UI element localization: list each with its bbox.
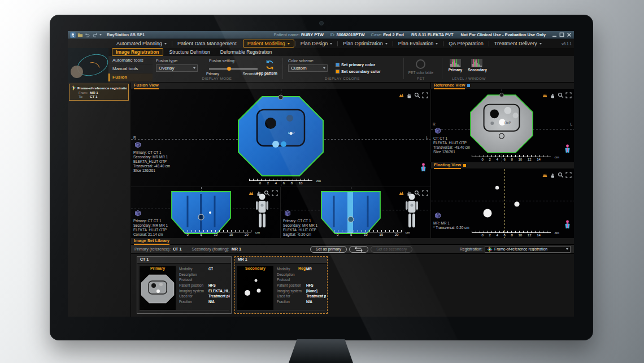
set-secondary-color-checkbox[interactable]: Set secondary color (336, 69, 381, 74)
tool-automatic-tools[interactable]: Automatic tools (108, 57, 153, 64)
patient-name: Patient name: RUBY PTW (274, 32, 324, 37)
pan-hand-icon[interactable] (256, 188, 262, 195)
registration-item-title: Frame-of-reference registration (77, 86, 127, 90)
registration-list-item[interactable]: Frame-of-reference registration From:MR … (69, 84, 129, 101)
pan-hand-icon[interactable] (550, 90, 556, 97)
pan-hand-icon[interactable] (550, 170, 556, 176)
card-fields: ModalityMR Description Protocol Patient … (277, 266, 326, 304)
color-scheme-label: Color scheme: (288, 58, 314, 63)
set-as-primary-button[interactable]: Set as primary (310, 246, 347, 253)
cube-icon (133, 140, 142, 149)
primary-level-window-icon[interactable] (450, 59, 461, 67)
secondary-level-window-icon[interactable] (471, 59, 482, 67)
fullscreen-icon[interactable] (422, 90, 428, 97)
slider-knob[interactable] (227, 67, 231, 71)
subtab-deformable-registration[interactable]: Deformable Registration (216, 48, 276, 56)
flip-pattern-icon[interactable] (264, 59, 275, 70)
minimize-icon[interactable] (552, 32, 557, 37)
tab-treatment-delivery[interactable]: Treatment Delivery (490, 40, 546, 47)
window-level-icon[interactable] (542, 170, 548, 176)
tool-manual-tools[interactable]: Manual tools (108, 65, 153, 73)
fusion-setting-slider[interactable] (209, 68, 258, 70)
image-set-card-mr1[interactable]: MR 1 Secondary Reg ModalityMR Descriptio… (234, 256, 328, 314)
fullscreen-icon[interactable] (422, 188, 428, 195)
image-set-card-ct1[interactable]: CT 1 Primary ModalityCT Description Prot… (137, 256, 232, 314)
primary-reference-value: CT 1 (173, 247, 182, 252)
phantom-figure-render (255, 193, 269, 229)
secondary-color-swatch (336, 70, 340, 74)
fusion-view-title: Fusion View (134, 83, 159, 89)
secondary-indicator-square (463, 164, 466, 167)
ribbon-toolbar: Automatic tools Manual tools Fusion Fusi… (68, 56, 574, 83)
window-level-icon[interactable] (248, 188, 254, 195)
zoom-icon[interactable] (264, 188, 270, 195)
subtab-structure-definition[interactable]: Structure Definition (166, 48, 214, 56)
color-scheme-select[interactable]: Custom (288, 64, 328, 72)
floating-view[interactable]: MR: MR 1 * Transversal: 0.20 cm 0 2 4 6 … (430, 169, 574, 238)
quick-access-chevron-icon[interactable] (99, 34, 102, 36)
reference-view[interactable]: R L ReP CT: CT 1 ELEKTA_HLUT OTP Transve… (430, 89, 574, 162)
patient-orientation-icon (564, 144, 571, 153)
undo-icon[interactable] (85, 32, 90, 38)
pan-hand-icon[interactable] (406, 188, 412, 195)
orientation-marker-right: L (426, 136, 428, 140)
fullscreen-icon[interactable] (565, 90, 572, 97)
tab-patient-modeling[interactable]: Patient Modeling (243, 40, 294, 47)
maximize-icon[interactable] (559, 32, 564, 37)
zoom-icon[interactable] (558, 90, 564, 97)
fusion-type-label: Fusion type: (156, 58, 178, 63)
fusion-transversal-view[interactable]: R L ReP Primary: CT CT 1 Secondary: MR M… (131, 89, 430, 187)
pet-color-table-icon[interactable] (416, 59, 425, 69)
registration-select[interactable]: Frame-of-reference registration (485, 246, 571, 253)
redo-icon[interactable] (92, 32, 98, 38)
fusion-type-select[interactable]: Overlay (156, 64, 198, 72)
view-info: Primary: CT CT 1 Secondary: MR MR 1 ELEK… (133, 140, 170, 173)
fusion-coronal-view[interactable]: Primary: CT CT 1 Secondary: MR MR 1 ELEK… (131, 187, 281, 238)
tab-plan-evaluation[interactable]: Plan Evaluation (394, 40, 443, 47)
open-folder-icon[interactable] (77, 32, 83, 38)
pan-hand-icon[interactable] (406, 90, 412, 97)
app-logo-icon[interactable] (70, 32, 76, 38)
tab-patient-data-management[interactable]: Patient Data Management (173, 40, 241, 47)
card-title: MR 1 (235, 257, 327, 263)
zoom-icon[interactable] (414, 90, 420, 97)
clinical-use-notice: Not For Clinical Use - Evaluation Use On… (461, 32, 546, 37)
window-level-icon[interactable] (542, 90, 548, 97)
scale-ruler: 0 2 4 6 8 10 12 14 cm (472, 155, 551, 161)
level-window-section-label: LEVEL / WINDOW (442, 76, 496, 80)
image-set-cards: CT 1 Primary ModalityCT Description Prot… (131, 254, 574, 317)
mr-thumbnail (237, 266, 273, 310)
swap-primary-secondary-button[interactable] (349, 246, 368, 253)
set-as-secondary-button[interactable]: Set as secondary (371, 246, 412, 253)
primary-color-swatch (336, 63, 340, 67)
fullscreen-icon[interactable] (272, 188, 278, 195)
frame-of-reference-icon (487, 247, 493, 252)
tab-plan-optimization[interactable]: Plan Optimization (338, 40, 392, 47)
secondary-floating-label: Secondary (floating): (192, 247, 229, 252)
fusion-sagittal-view[interactable]: Primary: CT CT 1 Secondary: MR MR 1 ELEK… (281, 187, 430, 238)
image-set-library-header: Image Set Library (131, 238, 574, 245)
window-level-icon[interactable] (398, 188, 404, 195)
set-primary-color-checkbox[interactable]: Set primary color (336, 62, 375, 67)
title-bar: RayStation 8B SP1 Patient name: RUBY PTW… (68, 31, 574, 39)
tab-qa-preparation[interactable]: QA Preparation (444, 40, 488, 47)
registration-from-value: MR 1 (90, 90, 98, 94)
tools-panel: Automatic tools Manual tools Fusion (108, 56, 153, 83)
view-toolbar (248, 188, 278, 195)
tab-plan-design[interactable]: Plan Design (296, 40, 337, 47)
reference-view-header: Reference View (430, 83, 574, 89)
zoom-icon[interactable] (558, 170, 564, 176)
zoom-icon[interactable] (414, 188, 420, 195)
fullscreen-icon[interactable] (565, 170, 572, 176)
cube-icon (133, 209, 142, 218)
app-window: RayStation 8B SP1 Patient name: RUBY PTW… (68, 31, 574, 317)
window-level-icon[interactable] (398, 90, 404, 97)
subtab-image-registration[interactable]: Image Registration (112, 48, 163, 56)
primary-level-window-label: Primary (445, 68, 465, 72)
view-toolbar (398, 90, 428, 97)
tool-fusion[interactable]: Fusion (108, 74, 153, 81)
registered-badge: Reg (298, 266, 306, 270)
tab-automated-planning[interactable]: Automated Planning (112, 40, 171, 47)
close-icon[interactable] (567, 32, 572, 37)
pet-color-table-label: PET color table (403, 71, 438, 75)
